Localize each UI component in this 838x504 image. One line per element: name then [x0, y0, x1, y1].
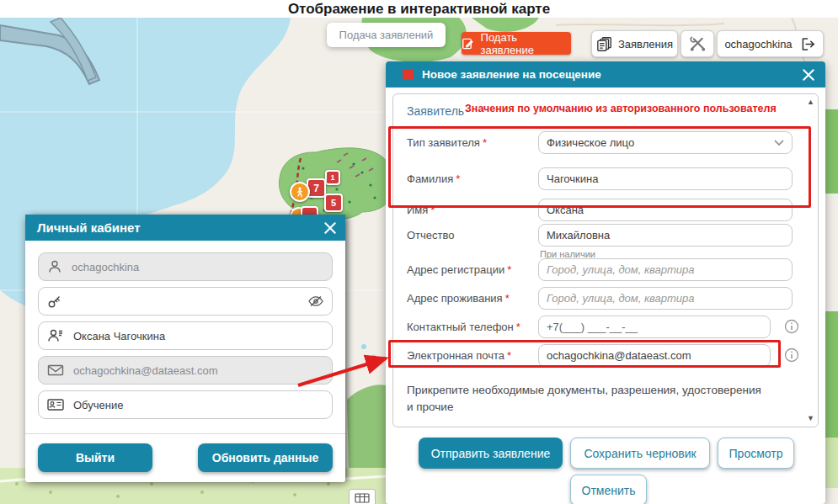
password-input[interactable]	[70, 294, 301, 309]
id-card-icon	[47, 398, 64, 411]
required-mark: *	[507, 263, 511, 276]
registration-address-input[interactable]	[538, 258, 793, 281]
email-input[interactable]	[538, 344, 771, 367]
field-label: Адрес проживания*	[407, 287, 510, 310]
required-mark: *	[456, 172, 460, 185]
residence-address-input[interactable]	[538, 287, 793, 310]
tooltip-text: Подача заявлений	[339, 29, 434, 41]
submit-button[interactable]: Отправить заявление	[419, 438, 563, 469]
scroll-up-arrow[interactable]: ▲	[807, 98, 814, 106]
chevron-down-icon	[774, 140, 784, 146]
submit-application-label: Подать заявление	[481, 31, 571, 56]
panel-divider	[25, 433, 345, 434]
modal-marker-icon	[403, 69, 414, 80]
account-panel: Личный кабинет	[25, 215, 345, 482]
submit-tooltip: Подача заявлений	[327, 23, 446, 47]
category-input[interactable]	[72, 398, 323, 412]
field-label: Электронная почта*	[407, 344, 511, 367]
applicant-type-value: Физическое лицо	[547, 136, 634, 149]
user-icon	[47, 259, 62, 274]
modal-header: Новое заявление на посещение	[386, 61, 825, 88]
preview-button[interactable]: Просмотр	[718, 438, 794, 469]
password-field	[38, 287, 333, 316]
required-mark: *	[483, 136, 487, 149]
modal-title: Новое заявление на посещение	[422, 68, 601, 81]
cancel-button[interactable]: Отменить	[570, 475, 647, 504]
required-mark: *	[516, 321, 520, 333]
applicant-form-card: Заявитель Значения по умолчанию из автор…	[392, 93, 819, 427]
applications-button[interactable]: Заявления	[591, 30, 678, 57]
save-draft-button[interactable]: Сохранить черновик	[570, 438, 710, 469]
first-name-input[interactable]	[538, 199, 793, 221]
last-name-input[interactable]	[538, 167, 793, 190]
required-mark: *	[505, 292, 510, 305]
account-panel-title: Личный кабинет	[37, 220, 141, 235]
mail-icon	[47, 363, 64, 377]
email-field	[38, 356, 333, 385]
login-input[interactable]	[70, 260, 323, 274]
field-label: Тип заявителя*	[407, 131, 487, 154]
marker-count: 5	[331, 198, 336, 208]
marker-count: 1	[330, 173, 334, 182]
applications-label: Заявления	[618, 38, 673, 50]
hiker-marker[interactable]	[290, 182, 310, 202]
fullname-field	[38, 321, 333, 350]
marker-count: 7	[313, 183, 319, 194]
logout-button[interactable]: Выйти	[38, 443, 152, 472]
required-mark: *	[430, 204, 435, 216]
page-title: Отображение в интерактивной карте	[0, 1, 838, 18]
hiker-icon	[294, 186, 306, 198]
category-field	[38, 390, 333, 419]
tools-button[interactable]	[681, 30, 714, 57]
submit-application-button[interactable]: Подать заявление	[462, 32, 571, 55]
edit-document-icon	[462, 37, 475, 50]
field-label: Адрес регистрации*	[407, 258, 511, 281]
documents-stack-icon	[596, 36, 613, 52]
account-panel-header: Личный кабинет	[25, 215, 345, 241]
applicant-type-select[interactable]: Физическое лицо	[538, 131, 793, 154]
grid-icon	[355, 493, 370, 503]
section-label: Заявитель	[407, 104, 464, 118]
field-label: Фамилия*	[407, 167, 460, 190]
eye-slash-icon[interactable]	[308, 295, 323, 307]
phone-input[interactable]	[538, 316, 771, 338]
info-icon[interactable]	[784, 347, 799, 363]
info-icon[interactable]	[784, 319, 799, 334]
field-label: Отчество	[407, 224, 455, 247]
close-icon[interactable]	[323, 221, 337, 235]
new-application-modal: Новое заявление на посещение Заявитель З…	[386, 61, 825, 504]
close-icon[interactable]	[802, 68, 815, 82]
basemap-button[interactable]	[349, 489, 376, 504]
login-field	[38, 252, 333, 281]
defaults-annotation: Значения по умолчанию из авторизованного…	[465, 103, 777, 114]
update-data-button[interactable]: Обновить данные	[198, 443, 333, 472]
field-label: Контактный телефон*	[407, 316, 520, 338]
app-root: 1 7 5 Отображение в интерактивной карте …	[0, 0, 838, 504]
logout-icon	[800, 37, 816, 51]
fullname-input[interactable]	[72, 329, 323, 343]
required-mark: *	[507, 349, 511, 362]
username-label: ochagochkina	[724, 38, 792, 50]
field-label: Имя*	[407, 199, 435, 221]
key-icon	[47, 294, 62, 309]
map-marker[interactable]: 1	[325, 170, 340, 185]
user-logout-button[interactable]: ochagochkina	[717, 30, 824, 57]
middle-name-input[interactable]	[538, 224, 793, 247]
scroll-down-arrow[interactable]: ▼	[807, 414, 814, 422]
tools-icon	[689, 35, 707, 53]
map-marker[interactable]: 5	[324, 194, 343, 212]
attachments-note: Прикрепите необходимые документы, разреш…	[407, 382, 769, 415]
user-edit-icon	[47, 328, 64, 343]
email-input[interactable]	[72, 363, 323, 378]
